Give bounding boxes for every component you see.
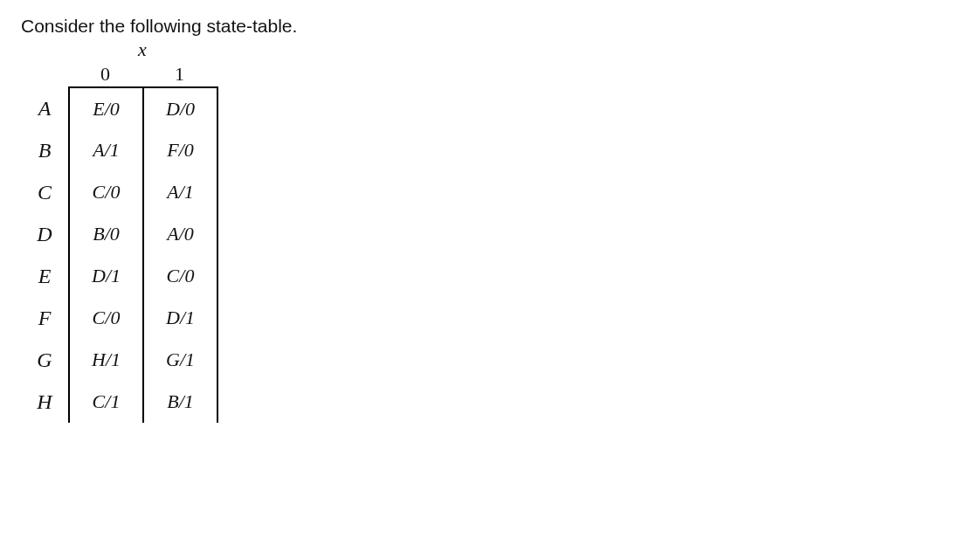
state-label: A <box>30 97 68 121</box>
table-row: A E/0 D/0 <box>30 87 959 129</box>
table-row: H C/1 B/1 <box>30 381 959 423</box>
table-row: B A/1 F/0 <box>30 129 959 171</box>
state-cell: C/0 <box>144 255 218 297</box>
state-cell: C/1 <box>70 381 144 423</box>
state-cell: G/1 <box>144 339 218 381</box>
table-row: E D/1 C/0 <box>30 255 959 297</box>
state-label: F <box>30 307 68 330</box>
state-cell: D/1 <box>144 297 218 339</box>
state-label: H <box>30 390 68 414</box>
table-row: F C/0 D/1 <box>30 297 959 339</box>
input-variable-label: x <box>68 38 217 61</box>
state-cell: C/0 <box>70 171 144 213</box>
column-header-0: 0 <box>68 63 142 86</box>
state-label: G <box>30 348 68 372</box>
state-cell: A/0 <box>144 213 218 255</box>
state-cell: D/1 <box>70 255 144 297</box>
table-row: D B/0 A/0 <box>30 213 959 255</box>
state-label: D <box>30 223 68 246</box>
table-row: C C/0 A/1 <box>30 171 959 213</box>
state-cell: H/1 <box>70 339 144 381</box>
state-cell: A/1 <box>70 129 144 171</box>
state-cell: F/0 <box>144 129 218 171</box>
state-cell: A/1 <box>144 171 218 213</box>
table-row: G H/1 G/1 <box>30 339 959 381</box>
state-label: C <box>30 181 68 204</box>
column-headers: 0 1 <box>68 63 217 86</box>
state-label: E <box>30 265 68 288</box>
state-cell: C/0 <box>70 297 144 339</box>
state-table: x 0 1 A E/0 D/0 B A/1 F/0 C C/0 A/1 D B/… <box>30 38 959 423</box>
state-cell: E/0 <box>70 88 144 130</box>
state-cell: D/0 <box>144 88 218 130</box>
prompt-text: Consider the following state-table. <box>21 16 959 37</box>
state-label: B <box>30 139 68 162</box>
column-header-1: 1 <box>142 63 217 86</box>
state-cell: B/0 <box>70 213 144 255</box>
state-cell: B/1 <box>144 381 218 423</box>
